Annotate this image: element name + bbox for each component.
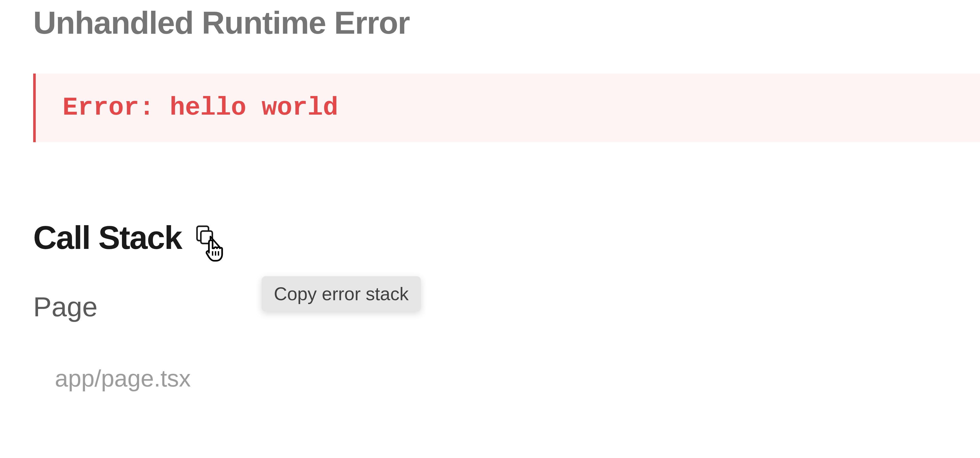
stack-frame-name: Page xyxy=(33,291,980,323)
copy-icon xyxy=(193,223,216,246)
call-stack-section: Call Stack Copy error stack Page app/pag… xyxy=(0,219,980,392)
copy-stack-button[interactable] xyxy=(193,223,216,246)
svg-rect-0 xyxy=(201,231,212,244)
stack-frame-path[interactable]: app/page.tsx xyxy=(33,365,980,392)
call-stack-header: Call Stack xyxy=(33,219,980,256)
call-stack-title: Call Stack xyxy=(33,219,182,256)
error-message-box: Error: hello world xyxy=(33,73,980,142)
error-message-text: Error: hello world xyxy=(62,93,338,122)
error-title: Unhandled Runtime Error xyxy=(0,0,980,40)
copy-tooltip: Copy error stack xyxy=(262,276,421,311)
